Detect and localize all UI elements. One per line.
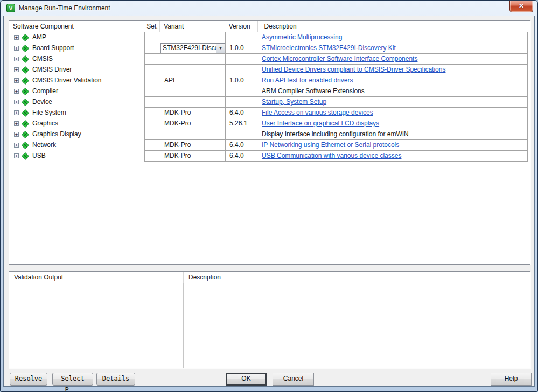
component-cell[interactable]: +Device (9, 97, 145, 108)
variant-combobox[interactable]: STM32F429I-Discov▼ (160, 43, 225, 53)
expand-icon[interactable]: + (14, 89, 19, 94)
row-gutter (528, 32, 530, 43)
expand-icon[interactable]: + (14, 100, 19, 104)
description-link[interactable]: IP Networking using Ethernet or Serial p… (262, 141, 399, 149)
version-cell (226, 54, 258, 65)
select-cell[interactable] (145, 54, 160, 65)
dialog-client-area: Software Component Sel. Variant Version … (3, 16, 535, 387)
table-row: +CompilerARM Compiler Software Extension… (9, 86, 530, 97)
version-cell: 1.0.0 (226, 43, 258, 54)
header-version[interactable]: Version (225, 21, 258, 32)
expand-icon[interactable]: + (14, 132, 19, 137)
resolve-button[interactable]: Resolve (10, 373, 47, 386)
variant-cell: API (160, 75, 226, 86)
description-link[interactable]: User Interface on graphical LCD displays (262, 120, 379, 127)
description-text: Display Interface including configuratio… (262, 130, 409, 138)
component-icon (22, 55, 29, 63)
validation-description-area[interactable] (184, 283, 530, 368)
window-title: Manage Run-Time Environment (19, 4, 110, 12)
row-gutter (528, 43, 530, 54)
expand-icon[interactable]: + (14, 67, 19, 72)
row-gutter (528, 108, 530, 118)
header-variant[interactable]: Variant (160, 21, 225, 32)
header-description[interactable]: Description (258, 21, 526, 32)
select-cell[interactable] (145, 75, 160, 86)
description-cell: IP Networking using Ethernet or Serial p… (258, 140, 528, 151)
component-cell[interactable]: +Graphics (9, 118, 145, 129)
component-cell[interactable]: +AMP (9, 32, 145, 43)
description-link[interactable]: STMicroelectronics STM32F429I-Discovery … (262, 44, 396, 52)
component-table-rows: +AMPAsymmetric Multiprocessing+Board Sup… (9, 32, 530, 162)
variant-cell (160, 65, 226, 75)
variant-cell (160, 97, 226, 108)
select-cell[interactable] (145, 118, 160, 129)
validation-pane: Validation Output Description (9, 271, 530, 368)
component-cell[interactable]: +CMSIS Driver (9, 65, 145, 75)
component-label: AMP (32, 32, 46, 43)
component-icon (22, 77, 29, 85)
expand-icon[interactable]: + (14, 35, 19, 40)
component-icon (22, 131, 29, 138)
expand-icon[interactable]: + (14, 57, 19, 61)
select-cell[interactable] (145, 43, 160, 54)
component-icon (22, 142, 29, 149)
select-cell[interactable] (145, 129, 160, 140)
component-table-header: Software Component Sel. Variant Version … (9, 21, 530, 32)
variant-cell (160, 32, 226, 43)
expand-icon[interactable]: + (14, 110, 19, 115)
component-cell[interactable]: +CMSIS Driver Validation (9, 75, 145, 86)
component-cell[interactable]: +USB (9, 151, 145, 162)
component-icon (22, 88, 29, 95)
expand-icon[interactable]: + (14, 46, 19, 51)
description-link[interactable]: Run API test for enabled drivers (262, 76, 353, 84)
details-button[interactable]: Details (96, 373, 135, 386)
header-sel[interactable]: Sel. (144, 21, 160, 32)
select-cell[interactable] (145, 108, 160, 118)
description-link[interactable]: Startup, System Setup (262, 98, 326, 106)
select-cell[interactable] (145, 65, 160, 75)
version-cell (226, 97, 258, 108)
expand-icon[interactable]: + (14, 78, 19, 83)
validation-output-header[interactable]: Validation Output (14, 274, 63, 281)
version-cell (226, 129, 258, 140)
validation-output-area[interactable] (9, 283, 184, 368)
component-label: Compiler (32, 86, 58, 96)
row-gutter (528, 118, 530, 129)
description-link[interactable]: Asymmetric Multiprocessing (262, 33, 342, 41)
cancel-button[interactable]: Cancel (273, 373, 314, 386)
component-table: Software Component Sel. Variant Version … (9, 20, 530, 265)
select-packs-button[interactable]: Select P... (52, 373, 93, 386)
ok-button[interactable]: OK (226, 373, 267, 386)
component-label: CMSIS Driver (32, 65, 72, 75)
variant-cell (160, 129, 226, 140)
select-cell[interactable] (145, 32, 160, 43)
component-cell[interactable]: +File System (9, 108, 145, 118)
component-icon (22, 45, 29, 52)
select-cell[interactable] (145, 97, 160, 108)
description-link[interactable]: Unified Device Drivers compliant to CMSI… (262, 66, 445, 73)
component-cell[interactable]: +Compiler (9, 86, 145, 97)
help-button[interactable]: Help (491, 373, 532, 386)
header-software-component[interactable]: Software Component (9, 21, 144, 32)
description-link[interactable]: File Access on various storage devices (262, 109, 373, 116)
select-cell[interactable] (145, 151, 160, 162)
select-cell[interactable] (145, 86, 160, 97)
chevron-down-icon[interactable]: ▼ (216, 44, 225, 53)
description-link[interactable]: Cortex Microcontroller Software Interfac… (262, 55, 417, 62)
expand-icon[interactable]: + (14, 121, 19, 126)
version-cell (226, 65, 258, 75)
expand-icon[interactable]: + (14, 153, 19, 158)
close-button[interactable]: ✕ (509, 1, 533, 12)
component-cell[interactable]: +CMSIS (9, 54, 145, 65)
component-cell[interactable]: +Graphics Display (9, 129, 145, 140)
description-cell: User Interface on graphical LCD displays (258, 118, 528, 129)
expand-icon[interactable]: + (14, 143, 19, 148)
description-link[interactable]: USB Communication with various device cl… (262, 152, 401, 159)
validation-description-header[interactable]: Description (188, 274, 221, 281)
table-row: +DeviceStartup, System Setup (9, 97, 530, 108)
version-cell: 1.0.0 (226, 75, 258, 86)
select-cell[interactable] (145, 140, 160, 151)
component-cell[interactable]: +Network (9, 140, 145, 151)
component-cell[interactable]: +Board Support (9, 43, 145, 54)
titlebar[interactable]: V Manage Run-Time Environment ✕ (1, 1, 537, 16)
